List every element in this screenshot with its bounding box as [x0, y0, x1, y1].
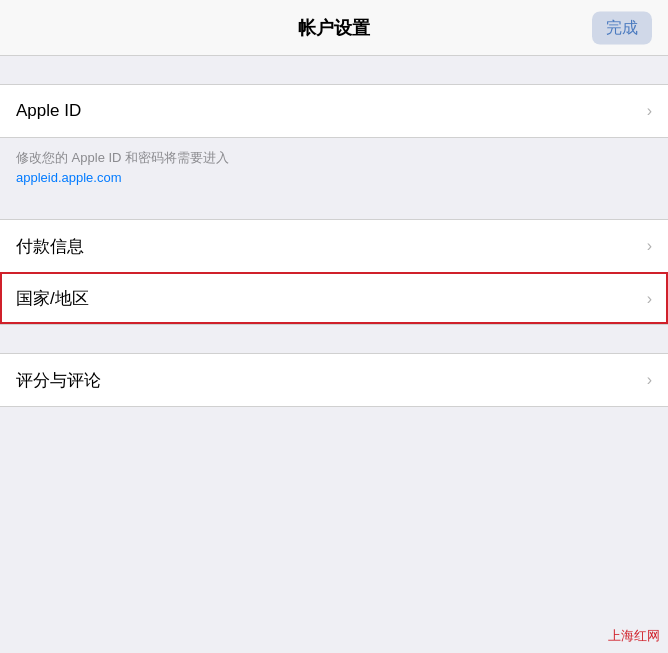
ratings-row[interactable]: 评分与评论 › [0, 354, 668, 406]
region-label: 国家/地区 [16, 287, 89, 310]
apple-id-section: Apple ID › [0, 84, 668, 138]
nav-bar: 帐户设置 完成 [0, 0, 668, 56]
region-chevron: › [647, 290, 652, 308]
apple-id-description-text: 修改您的 Apple ID 和密码将需要进入 appleid.apple.com [16, 148, 652, 187]
payment-row[interactable]: 付款信息 › [0, 220, 668, 272]
apple-id-chevron: › [647, 102, 652, 120]
ratings-chevron: › [647, 371, 652, 389]
section-gap-3 [0, 325, 668, 353]
done-button[interactable]: 完成 [592, 11, 652, 44]
region-row[interactable]: 国家/地区 › [0, 272, 668, 324]
watermark: 上海红网 [608, 627, 660, 645]
apple-id-row[interactable]: Apple ID › [0, 85, 668, 137]
description-line1: 修改您的 Apple ID 和密码将需要进入 [16, 150, 229, 165]
section-gap-1 [0, 56, 668, 84]
payment-label: 付款信息 [16, 235, 84, 258]
payment-chevron: › [647, 237, 652, 255]
apple-id-description: 修改您的 Apple ID 和密码将需要进入 appleid.apple.com [0, 138, 668, 201]
apple-id-label: Apple ID [16, 101, 81, 121]
nav-title: 帐户设置 [298, 16, 370, 40]
ratings-label: 评分与评论 [16, 369, 101, 392]
section-gap-2 [0, 201, 668, 219]
payment-region-section: 付款信息 › 国家/地区 › [0, 219, 668, 325]
apple-id-link[interactable]: appleid.apple.com [16, 170, 122, 185]
ratings-section: 评分与评论 › [0, 353, 668, 407]
